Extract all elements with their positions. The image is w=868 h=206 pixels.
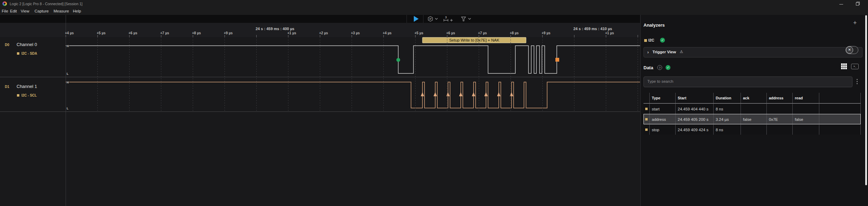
row-swatch-cell	[643, 114, 650, 124]
kebab-menu-icon[interactable]	[857, 81, 858, 82]
gridline	[542, 37, 543, 111]
minimize-icon[interactable]	[839, 4, 843, 5]
close-x-icon[interactable]: ✕	[846, 46, 853, 54]
terminal-icon[interactable]: >_	[851, 64, 859, 69]
table-row-start[interactable]: start24.459 404 440 s8 ns	[643, 104, 861, 114]
warning-triangle-icon: ⚠	[680, 50, 683, 54]
table-cell: start	[650, 104, 676, 114]
menu-bar	[0, 8, 868, 15]
gridline	[288, 37, 288, 111]
table-cell: Type	[650, 93, 676, 103]
plus-icon	[450, 19, 453, 21]
ruler-major-time-label: 24 s : 459 ms : 410 µs	[573, 27, 612, 31]
menu-file[interactable]: File	[2, 9, 8, 13]
scl-rising-edge-arrow	[497, 92, 500, 96]
question-circle-icon[interactable]: ?	[657, 65, 662, 70]
scl-rising-edge-arrow	[421, 92, 424, 96]
measurement-count-label: 3	[445, 16, 447, 19]
scl-rising-edge-arrow	[459, 92, 462, 96]
ruler-tick-label: +6 µs	[128, 31, 137, 35]
channel0-analyzer-label[interactable]: I2C - SDA	[21, 52, 37, 55]
frame-swatch-icon	[645, 108, 648, 110]
table-cell: false	[741, 114, 767, 124]
level-l-label: L	[67, 72, 68, 75]
gridline	[447, 37, 447, 111]
ruler-tick-label: +8 µs	[510, 31, 519, 35]
table-cell	[819, 104, 861, 114]
i2c-check-circle-icon: ✓	[660, 38, 665, 43]
trigger-marker-button[interactable]	[461, 17, 471, 21]
ruler-tick-label: +5 µs	[414, 31, 423, 35]
chevron-down-icon	[468, 18, 471, 20]
table-cell: stop	[650, 125, 676, 135]
graph-toolbar: 1F 3	[411, 15, 487, 23]
channel1-name[interactable]: Channel 1	[17, 84, 37, 89]
trigger-view-row[interactable]	[643, 47, 862, 57]
table-cell: address	[767, 93, 793, 103]
ruler-tick-label: +3 µs	[351, 31, 360, 35]
frame-swatch-icon	[645, 118, 648, 120]
scl-rising-edge-arrow	[472, 92, 475, 96]
measurement-icon	[444, 19, 448, 21]
table-row-address[interactable]: address24.459 405 200 s3.24 µsfalse0x7Ef…	[643, 114, 861, 124]
analyzers-section-title: Analyzers	[643, 23, 665, 28]
panel-scrollbar-thumb[interactable]	[865, 15, 867, 185]
menu-view[interactable]: View	[21, 9, 29, 13]
ruler-tick-label: +8 µs	[192, 31, 201, 35]
kebab-menu-icon[interactable]	[857, 79, 858, 80]
gridline	[320, 37, 320, 111]
d1-waveform-trace[interactable]	[66, 82, 640, 108]
channel0-analyzer-swatch	[17, 52, 19, 55]
table-cell: address	[650, 114, 676, 124]
gridline	[638, 37, 638, 111]
table-cell: ack	[741, 93, 767, 103]
row-swatch-cell	[643, 104, 650, 114]
channel1-analyzer-swatch	[17, 94, 19, 97]
table-row-stop[interactable]: stop24.459 409 424 s8 ns	[643, 124, 861, 135]
table-cell	[741, 104, 767, 114]
ruler-tick-label: +7 µs	[478, 31, 487, 35]
table-cell: false	[793, 114, 819, 124]
scl-rising-edge-arrow	[433, 92, 437, 96]
d0-waveform-trace[interactable]	[66, 46, 640, 73]
channel1-analyzer-label[interactable]: I2C - SCL	[21, 93, 37, 97]
table-cell	[819, 125, 861, 135]
add-analyzer-button[interactable]: +	[853, 19, 857, 27]
search-input[interactable]	[643, 77, 852, 87]
radix-selector-button[interactable]: 1F	[428, 17, 438, 21]
ruler-tick-label: +6 µs	[446, 31, 455, 35]
menu-help[interactable]: Help	[73, 9, 81, 13]
level-l-label: L	[67, 107, 68, 110]
table-cell	[741, 125, 767, 135]
chevron-down-icon	[435, 18, 438, 20]
menu-capture[interactable]: Capture	[35, 9, 49, 13]
table-cell: 3.24 µs	[714, 114, 741, 124]
row-swatch-cell	[643, 93, 650, 103]
menu-measure[interactable]: Measure	[54, 9, 69, 13]
gridline	[383, 37, 384, 111]
restore-icon[interactable]	[856, 1, 860, 6]
radix-hex-label: 1F	[429, 18, 432, 20]
channel0-name[interactable]: Channel 0	[17, 42, 37, 47]
i2c-analyzer-label[interactable]: I2C	[648, 38, 654, 42]
ruler-tick-label: +1 µs	[287, 31, 296, 35]
decoded-data-table: TypeStartDurationackaddressreadstart24.4…	[643, 93, 861, 135]
ruler-major-time-label: 24 s : 459 ms : 400 µs	[256, 27, 294, 31]
waveform-traces[interactable]: Setup Write to [0x7E] + NAKHLHL	[66, 37, 640, 111]
logic2-window: Logic 2 [Logic Pro 8 - Connected] [Sessi…	[0, 0, 868, 206]
menu-edit[interactable]: Edit	[10, 9, 17, 13]
ruler-tick-label: +5 µs	[97, 31, 106, 35]
table-cell: 8 ns	[714, 104, 741, 114]
table-cell	[767, 104, 793, 114]
ruler-tick-label: +4 µs	[383, 31, 392, 35]
table-cell	[819, 93, 861, 103]
table-grid-icon[interactable]	[841, 63, 847, 69]
table-cell: 24.459 405 200 s	[676, 114, 714, 124]
level-h-label: H	[67, 44, 69, 48]
channel0-id: D0	[5, 43, 9, 47]
kebab-menu-icon[interactable]	[857, 83, 858, 84]
add-measurement-button[interactable]: 3	[444, 16, 453, 21]
chevron-right-icon[interactable]: ›	[647, 50, 649, 55]
play-capture-button[interactable]	[414, 16, 419, 22]
table-cell: Start	[676, 93, 714, 103]
